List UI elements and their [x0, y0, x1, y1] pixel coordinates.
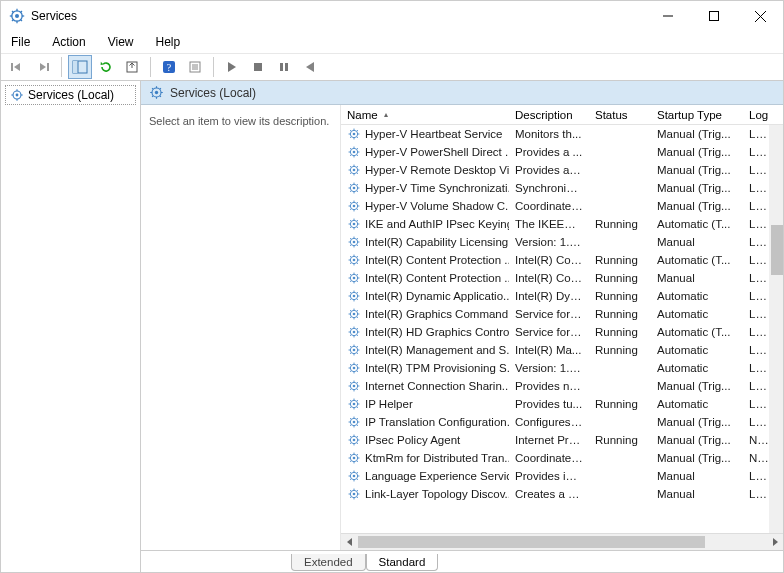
svg-line-62 — [350, 155, 351, 156]
table-row[interactable]: Hyper-V PowerShell Direct ... Provides a… — [341, 143, 783, 161]
svg-point-184 — [353, 367, 356, 370]
table-row[interactable]: IP Helper Provides tu... Running Automat… — [341, 395, 783, 413]
nav-back-button[interactable] — [5, 55, 29, 79]
svg-line-121 — [357, 263, 358, 264]
show-hide-tree-button[interactable] — [68, 55, 92, 79]
table-row[interactable]: KtmRm for Distributed Tran... Coordinate… — [341, 449, 783, 467]
table-row[interactable]: Intel(R) Content Protection ... Intel(R)… — [341, 269, 783, 287]
svg-point-214 — [353, 421, 356, 424]
minimize-button[interactable] — [645, 1, 691, 31]
services-list[interactable]: Name▴ Description Status Startup Type Lo… — [341, 105, 783, 550]
svg-line-113 — [357, 238, 358, 239]
service-description: Creates a N... — [509, 488, 589, 500]
menu-action[interactable]: Action — [50, 33, 87, 51]
menu-file[interactable]: File — [9, 33, 32, 51]
svg-line-82 — [350, 191, 351, 192]
stop-service-button[interactable] — [246, 55, 270, 79]
svg-line-172 — [350, 353, 351, 354]
service-description: Intel(R) Ma... — [509, 344, 589, 356]
list-header[interactable]: Name▴ Description Status Startup Type Lo… — [341, 105, 783, 125]
service-description: The IKEEXT ... — [509, 218, 589, 230]
table-row[interactable]: IKE and AuthIP IPsec Keying... The IKEEX… — [341, 215, 783, 233]
scroll-right-icon[interactable] — [766, 534, 783, 550]
table-row[interactable]: Hyper-V Time Synchronizati... Synchroniz… — [341, 179, 783, 197]
table-row[interactable]: Hyper-V Remote Desktop Vi... Provides a … — [341, 161, 783, 179]
service-status: Running — [589, 290, 651, 302]
list-body[interactable]: Hyper-V Heartbeat Service Monitors th...… — [341, 125, 783, 533]
service-description: Provides a p... — [509, 164, 589, 176]
scrollbar-thumb[interactable] — [358, 536, 705, 548]
svg-line-253 — [357, 490, 358, 491]
gear-icon — [149, 85, 164, 100]
tree-root-services-local[interactable]: Services (Local) — [5, 85, 136, 105]
svg-line-230 — [350, 454, 351, 455]
menu-help[interactable]: Help — [154, 33, 183, 51]
help-button[interactable]: ? — [157, 55, 181, 79]
service-icon — [347, 253, 361, 267]
svg-point-44 — [155, 91, 158, 94]
table-row[interactable]: Intel(R) Management and S... Intel(R) Ma… — [341, 341, 783, 359]
svg-line-72 — [350, 173, 351, 174]
svg-line-153 — [357, 310, 358, 311]
service-name: Intel(R) HD Graphics Contro... — [365, 326, 509, 338]
service-description: Provides ne... — [509, 380, 589, 392]
maximize-button[interactable] — [691, 1, 737, 31]
table-row[interactable]: Link-Layer Topology Discov... Creates a … — [341, 485, 783, 503]
table-row[interactable]: Intel(R) Capability Licensing... Version… — [341, 233, 783, 251]
table-row[interactable]: Hyper-V Heartbeat Service Monitors th...… — [341, 125, 783, 143]
window-controls — [645, 1, 783, 31]
service-icon — [347, 397, 361, 411]
table-row[interactable]: Intel(R) Dynamic Applicatio... Intel(R) … — [341, 287, 783, 305]
svg-line-42 — [152, 96, 153, 97]
svg-line-120 — [350, 256, 351, 257]
service-startup: Automatic — [651, 308, 743, 320]
scroll-left-icon[interactable] — [341, 534, 358, 550]
svg-line-111 — [357, 245, 358, 246]
refresh-button[interactable] — [94, 55, 118, 79]
col-startup[interactable]: Startup Type — [651, 109, 743, 121]
col-status[interactable]: Status — [589, 109, 651, 121]
restart-service-button[interactable] — [298, 55, 322, 79]
svg-line-53 — [357, 130, 358, 131]
svg-line-5 — [12, 11, 14, 13]
table-row[interactable]: Internet Connection Sharin... Provides n… — [341, 377, 783, 395]
table-row[interactable]: IP Translation Configuration... Configur… — [341, 413, 783, 431]
tab-standard[interactable]: Standard — [366, 554, 439, 571]
svg-rect-28 — [285, 63, 288, 71]
table-row[interactable]: Intel(R) HD Graphics Contro... Service f… — [341, 323, 783, 341]
service-icon — [347, 127, 361, 141]
table-row[interactable]: IPsec Policy Agent Internet Pro... Runni… — [341, 431, 783, 449]
properties-button[interactable] — [183, 55, 207, 79]
col-description[interactable]: Description — [509, 109, 589, 121]
service-startup: Manual (Trig... — [651, 200, 743, 212]
svg-line-80 — [350, 184, 351, 185]
console-tree[interactable]: Services (Local) — [1, 81, 141, 572]
table-row[interactable]: Language Experience Service Provides inf… — [341, 467, 783, 485]
start-service-button[interactable] — [220, 55, 244, 79]
horizontal-scrollbar[interactable] — [341, 533, 783, 550]
table-row[interactable]: Intel(R) TPM Provisioning S... Version: … — [341, 359, 783, 377]
svg-line-93 — [357, 202, 358, 203]
col-name[interactable]: Name▴ — [341, 109, 509, 121]
table-row[interactable]: Intel(R) Graphics Command... Service for… — [341, 305, 783, 323]
export-list-button[interactable] — [120, 55, 144, 79]
col-logon[interactable]: Log▴ — [743, 109, 775, 121]
table-row[interactable]: Intel(R) Content Protection ... Intel(R)… — [341, 251, 783, 269]
pause-service-button[interactable] — [272, 55, 296, 79]
scrollbar-thumb[interactable] — [771, 225, 783, 275]
close-button[interactable] — [737, 1, 783, 31]
service-description: Synchronize... — [509, 182, 589, 194]
table-row[interactable]: Hyper-V Volume Shadow C... Coordinates..… — [341, 197, 783, 215]
service-description: Intel(R) Con... — [509, 254, 589, 266]
svg-line-243 — [357, 472, 358, 473]
menu-view[interactable]: View — [106, 33, 136, 51]
svg-line-250 — [350, 490, 351, 491]
vertical-scrollbar[interactable] — [769, 125, 783, 533]
svg-line-110 — [350, 238, 351, 239]
tab-extended[interactable]: Extended — [291, 554, 366, 571]
nav-forward-button[interactable] — [31, 55, 55, 79]
service-description: Intel(R) Dyn... — [509, 290, 589, 302]
svg-line-152 — [350, 317, 351, 318]
svg-rect-26 — [254, 63, 262, 71]
svg-line-150 — [350, 310, 351, 311]
